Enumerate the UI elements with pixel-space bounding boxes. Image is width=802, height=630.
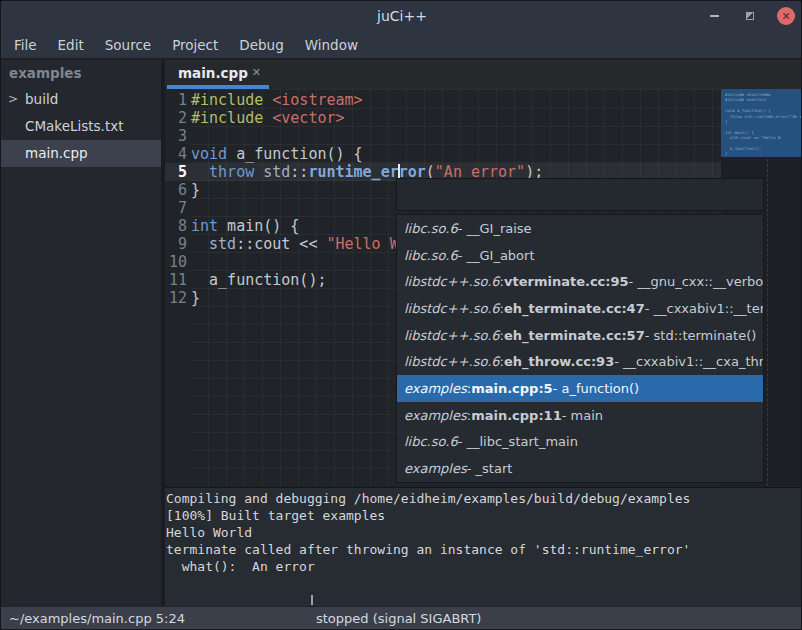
line-number: 12 <box>165 289 187 307</box>
file-tree: >buildCMakeLists.txtmain.cpp <box>1 86 161 167</box>
tab-close-icon[interactable]: ✕ <box>252 66 261 79</box>
menu-item-window[interactable]: Window <box>302 35 361 55</box>
menu-item-source[interactable]: Source <box>102 35 154 55</box>
terminal-caret <box>311 595 313 605</box>
line-number: 3 <box>165 127 187 145</box>
terminal-line: [100%] Built target examples <box>166 507 802 524</box>
close-button[interactable]: ✕ <box>777 7 795 25</box>
stack-frame-item[interactable]: libc.so.6 - __GI_raise <box>397 215 763 242</box>
code-line: #include <iostream> <box>191 91 543 109</box>
stack-frame-item[interactable]: examples:main.cpp:5 - a_function() <box>397 375 763 402</box>
stack-frame-item[interactable]: libstdc++.so.6:vterminate.cc:95 - __gnu_… <box>397 268 763 295</box>
status-file-location: ~/examples/main.cpp 5:24 <box>9 611 185 626</box>
titlebar[interactable]: juCi++ ✕ <box>1 1 802 31</box>
preview-line: throw std::runtime_error("An error"); <box>725 114 802 119</box>
terminal-line: what(): An error <box>166 558 802 575</box>
menu-bar: FileEditSourceProjectDebugWindow <box>1 31 802 59</box>
menu-item-debug[interactable]: Debug <box>236 35 286 55</box>
stack-frame-item[interactable]: examples - _start <box>397 455 763 482</box>
terminal-line: Hello World <box>166 524 802 541</box>
tree-item-label: main.cpp <box>25 145 88 161</box>
project-header: examples <box>1 60 161 86</box>
stack-frame-item[interactable]: libstdc++.so.6:eh_terminate.cc:47 - __cx… <box>397 295 763 322</box>
app-window: juCi++ ✕ FileEditSourceProjectDebugWindo… <box>0 0 802 630</box>
stack-frame-item[interactable]: libstdc++.so.6:eh_terminate.cc:57 - std:… <box>397 322 763 349</box>
preview-line: } <box>725 151 802 156</box>
tree-item-build[interactable]: >build <box>1 86 161 113</box>
stack-frame-item[interactable]: libstdc++.so.6:eh_throw.cc:93 - __cxxabi… <box>397 348 763 375</box>
tab-bar: main.cpp✕ <box>165 60 802 89</box>
code-preview-tooltip: #include <iostream>#include <vector> voi… <box>721 89 802 157</box>
status-debug-state: stopped (signal SIGABRT) <box>316 611 481 626</box>
stack-filter-input[interactable] <box>396 178 764 211</box>
line-number: 2 <box>165 109 187 127</box>
tree-item-label: CMakeLists.txt <box>25 118 124 134</box>
stack-frame-item[interactable]: libc.so.6 - __GI_abort <box>397 242 763 269</box>
line-number: 8 <box>165 217 187 235</box>
stack-frame-item[interactable]: libc.so.6 - __libc_start_main <box>397 429 763 456</box>
line-number: 6 <box>165 181 187 199</box>
file-tree-panel: examples >buildCMakeLists.txtmain.cpp <box>1 60 161 606</box>
window-title: juCi++ <box>1 8 802 24</box>
line-number: 10 <box>165 253 187 271</box>
stack-trace-list: libc.so.6 - __GI_raiselibc.so.6 - __GI_a… <box>396 214 764 483</box>
close-icon: ✕ <box>777 7 795 25</box>
line-number: 4 <box>165 145 187 163</box>
menu-item-project[interactable]: Project <box>169 35 221 55</box>
restore-icon <box>746 12 754 20</box>
code-line <box>191 127 543 145</box>
terminal-output[interactable]: Compiling and debugging /home/eidheim/ex… <box>165 487 802 606</box>
line-number: 5 <box>165 163 187 181</box>
chevron-right-icon[interactable]: > <box>8 86 18 113</box>
code-line: void a_function() { <box>191 145 543 163</box>
code-line: #include <vector> <box>191 109 543 127</box>
terminal-line: Compiling and debugging /home/eidheim/ex… <box>166 490 802 507</box>
line-number-gutter[interactable]: 123456789101112 <box>165 91 187 307</box>
tab-label: main.cpp <box>178 65 248 81</box>
line-number: 11 <box>165 271 187 289</box>
tree-item-label: build <box>25 91 58 107</box>
menu-item-edit[interactable]: Edit <box>55 35 87 55</box>
menu-item-file[interactable]: File <box>11 35 40 55</box>
line-number: 9 <box>165 235 187 253</box>
line-number: 7 <box>165 199 187 217</box>
restore-button[interactable] <box>741 7 759 25</box>
minimize-button[interactable] <box>705 7 723 25</box>
tree-item-cmakelists-txt[interactable]: CMakeLists.txt <box>1 113 161 140</box>
tree-item-main-cpp[interactable]: main.cpp <box>1 140 161 167</box>
stack-frame-item[interactable]: examples:main.cpp:11 - main <box>397 402 763 429</box>
status-bar: ~/examples/main.cpp 5:24 stopped (signal… <box>1 606 802 630</box>
minimize-icon <box>710 15 719 17</box>
line-number: 1 <box>165 91 187 109</box>
terminal-line: terminate called after throwing an insta… <box>166 541 802 558</box>
tab-main-cpp[interactable]: main.cpp✕ <box>167 60 269 89</box>
